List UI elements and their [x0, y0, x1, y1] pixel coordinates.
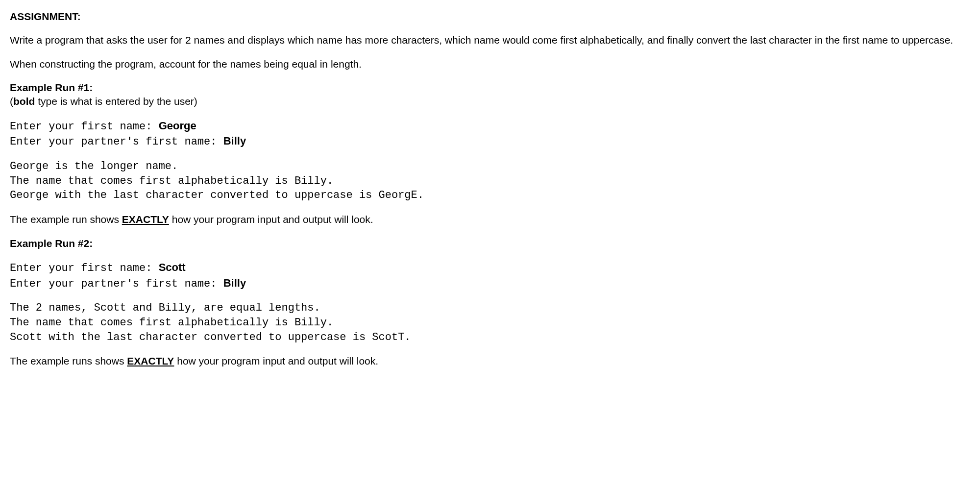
- example2-output-block: The 2 names, Scott and Billy, are equal …: [10, 301, 970, 344]
- example1-footer-a: The example run shows: [10, 214, 122, 225]
- intro-paragraph-1: Write a program that asks the user for 2…: [10, 33, 970, 47]
- example1-input1: George: [159, 120, 196, 132]
- example2-label: Example Run #2:: [10, 237, 970, 250]
- example1-label: Example Run #1:: [10, 81, 970, 95]
- example1-footer: The example run shows EXACTLY how your p…: [10, 213, 970, 226]
- example1-output-block: George is the longer name. The name that…: [10, 159, 970, 203]
- example2-footer-c: how your program input and output will l…: [174, 355, 378, 366]
- example1-input-block: Enter your first name: George Enter your…: [10, 119, 970, 149]
- example2-footer-b: EXACTLY: [127, 355, 174, 366]
- assignment-heading: ASSIGNMENT:: [10, 10, 970, 24]
- example2-footer: The example runs shows EXACTLY how your …: [10, 354, 970, 368]
- example2-input-block: Enter your first name: Scott Enter your …: [10, 260, 970, 291]
- example2-out1: The 2 names, Scott and Billy, are equal …: [10, 301, 970, 316]
- example2-prompt1: Enter your first name:: [10, 262, 159, 274]
- example1-footer-c: how your program input and output will l…: [169, 214, 373, 225]
- example1-out2: The name that comes first alphabetically…: [10, 174, 970, 189]
- example1-out3: George with the last character converted…: [10, 188, 970, 203]
- example1-note: (bold type is what is entered by the use…: [10, 95, 970, 108]
- example2-out2: The name that comes first alphabetically…: [10, 316, 970, 330]
- example2-input2: Billy: [223, 277, 246, 289]
- example1-prompt1: Enter your first name:: [10, 121, 159, 133]
- example2-prompt2: Enter your partner's first name:: [10, 278, 223, 290]
- example1-input2: Billy: [223, 135, 246, 147]
- intro-paragraph-2: When constructing the program, account f…: [10, 57, 970, 71]
- example1-footer-b: EXACTLY: [122, 214, 169, 225]
- example2-footer-a: The example runs shows: [10, 355, 127, 366]
- example1-prompt2: Enter your partner's first name:: [10, 136, 223, 148]
- example2-input1: Scott: [159, 261, 186, 273]
- example2-out3: Scott with the last character converted …: [10, 330, 970, 345]
- example1-note-rest: type is what is entered by the user): [35, 96, 197, 107]
- example1-out1: George is the longer name.: [10, 159, 970, 174]
- example1-note-open: (: [10, 96, 13, 107]
- example1-note-bold: bold: [13, 96, 35, 107]
